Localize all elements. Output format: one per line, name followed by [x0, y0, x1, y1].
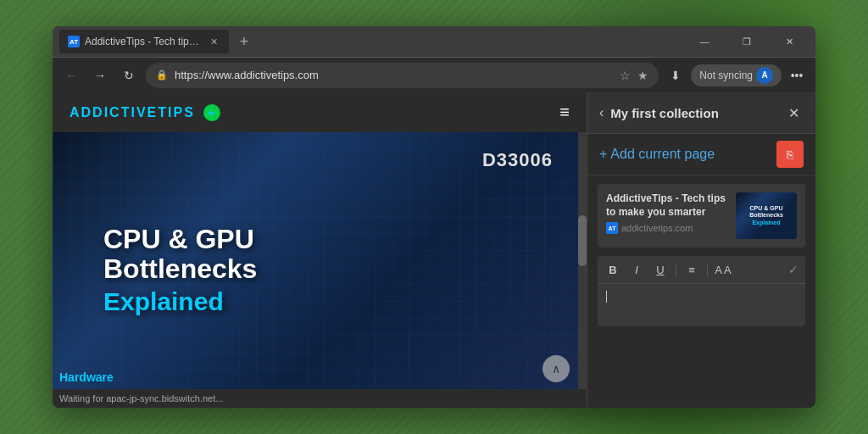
hero-area: D33006 CPU & GPU Bottlenecks Explained H… — [53, 132, 587, 408]
panel-title: My first collection — [610, 106, 783, 120]
minimize-button[interactable]: — — [685, 30, 724, 53]
collections-star-icon[interactable]: ★ — [637, 69, 648, 82]
logo-plus-icon: + — [203, 104, 220, 121]
page-content: ADDICTIVETIPS + ≡ D33006 CPU & GPU Bottl… — [53, 92, 587, 408]
add-current-page-button[interactable]: + Add current page — [599, 147, 715, 162]
favorites-icon[interactable]: ☆ — [620, 69, 631, 82]
share-collection-button[interactable]: ⎘ — [776, 141, 804, 168]
tab-close-button[interactable]: ✕ — [207, 35, 220, 48]
content-area: ADDICTIVETIPS + ≡ D33006 CPU & GPU Bottl… — [53, 92, 815, 408]
item-favicon: AT — [606, 222, 618, 234]
logo-tips: TIPS — [158, 105, 195, 120]
item-text: AddictiveTips - Tech tips to make you sm… — [606, 192, 729, 239]
add-icon: + — [599, 147, 607, 162]
hero-subtitle: Explained — [103, 287, 257, 316]
more-options-button[interactable]: ••• — [785, 64, 809, 87]
collections-panel: ‹ My first collection ✕ + Add current pa… — [587, 92, 815, 408]
collection-item[interactable]: AddictiveTips - Tech tips to make you sm… — [598, 184, 805, 248]
status-bar: Waiting for apac-jp-sync.bidswitch.net..… — [53, 389, 587, 408]
url-text: https://www.addictivetips.com — [175, 69, 613, 81]
toolbar-divider-2 — [707, 263, 708, 276]
scrollbar[interactable] — [578, 132, 587, 408]
browser-tab[interactable]: AT AddictiveTips - Tech tips to ma… ✕ — [59, 30, 229, 53]
item-title: AddictiveTips - Tech tips to make you sm… — [606, 192, 729, 219]
text-cursor — [606, 291, 607, 303]
browser-window: AT AddictiveTips - Tech tips to ma… ✕ + … — [53, 26, 815, 408]
hero-title: CPU & GPU Bottlenecks — [103, 224, 257, 283]
panel-header: ‹ My first collection ✕ — [587, 92, 815, 134]
note-input-area[interactable] — [598, 284, 805, 326]
refresh-button[interactable]: ↻ — [117, 64, 141, 87]
collection-item-header: AddictiveTips - Tech tips to make you sm… — [598, 184, 805, 248]
downloads-icon[interactable]: ⬇ — [664, 64, 687, 87]
italic-button[interactable]: I — [628, 261, 645, 278]
close-button[interactable]: ✕ — [770, 30, 809, 53]
scrollbar-thumb[interactable] — [578, 215, 587, 266]
logo-prefix: ADDICTIVE — [70, 105, 158, 120]
panel-back-button[interactable]: ‹ — [599, 105, 604, 120]
note-toolbar: B I U ≡ A A ✓ — [598, 256, 805, 284]
restore-button[interactable]: ❐ — [727, 30, 766, 53]
browser-viewport: ADDICTIVETIPS + ≡ D33006 CPU & GPU Bottl… — [53, 92, 587, 408]
note-editor: B I U ≡ A A ✓ — [598, 256, 805, 326]
align-button[interactable]: ≡ — [683, 261, 700, 278]
status-text: Waiting for apac-jp-sync.bidswitch.net..… — [59, 393, 223, 403]
item-domain-row: AT addictivetips.com — [606, 222, 729, 234]
panel-close-button[interactable]: ✕ — [783, 103, 804, 123]
site-header: ADDICTIVETIPS + ≡ — [53, 92, 587, 132]
site-logo: ADDICTIVETIPS + — [70, 104, 220, 121]
url-bar[interactable]: 🔒 https://www.addictivetips.com ☆ ★ — [146, 63, 659, 88]
forward-button[interactable]: → — [88, 64, 112, 87]
item-thumbnail: CPU & GPU Bottlenecks Explained — [736, 192, 797, 239]
bold-button[interactable]: B — [604, 261, 621, 278]
sync-button[interactable]: Not syncing A — [691, 64, 782, 86]
hero-background: D33006 CPU & GPU Bottlenecks Explained — [53, 132, 587, 408]
address-bar: ← → ↻ 🔒 https://www.addictivetips.com ☆ … — [53, 57, 815, 92]
add-page-row: + Add current page ⎘ — [587, 134, 815, 175]
hardware-label: Hardware — [59, 370, 114, 384]
lock-icon: 🔒 — [156, 70, 168, 81]
toolbar-divider — [676, 263, 676, 276]
hero-text-block: CPU & GPU Bottlenecks Explained — [103, 224, 257, 315]
scroll-to-top-button[interactable]: ∧ — [542, 355, 570, 382]
confirm-button[interactable]: ✓ — [788, 263, 798, 276]
sync-label: Not syncing — [699, 70, 753, 81]
title-bar: AT AddictiveTips - Tech tips to ma… ✕ + … — [53, 26, 815, 57]
underline-button[interactable]: U — [652, 261, 669, 278]
back-button[interactable]: ← — [59, 64, 83, 87]
new-tab-button[interactable]: + — [232, 30, 256, 53]
toolbar-actions: ⬇ Not syncing A ••• — [664, 64, 809, 87]
hamburger-menu[interactable]: ≡ — [559, 103, 570, 122]
font-size-button[interactable]: A A — [715, 261, 732, 278]
chip-label: D33006 — [482, 149, 553, 171]
profile-icon: A — [756, 67, 773, 84]
item-domain: addictivetips.com — [621, 223, 693, 233]
add-page-label: Add current page — [610, 147, 715, 162]
tab-title: AddictiveTips - Tech tips to ma… — [85, 36, 202, 47]
tab-favicon: AT — [68, 36, 80, 47]
share-icon: ⎘ — [787, 148, 793, 161]
window-controls: — ❐ ✕ — [685, 30, 809, 53]
